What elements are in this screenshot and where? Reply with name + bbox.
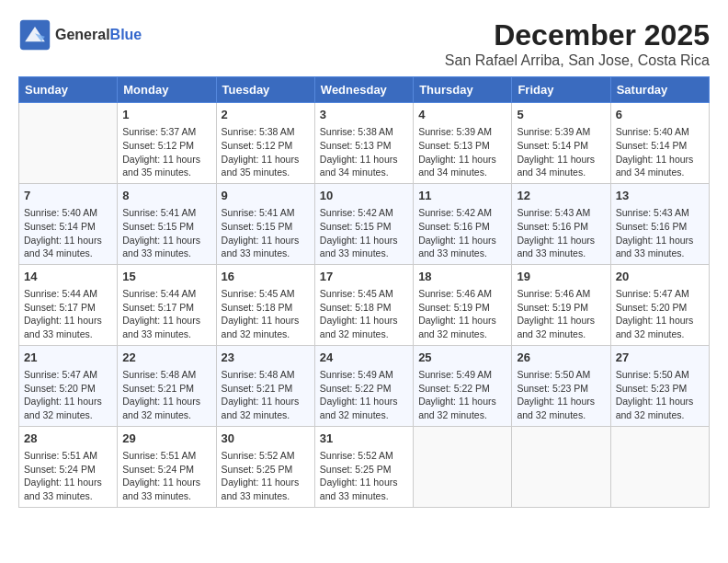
sunset-text: Sunset: 5:21 PM [222, 382, 310, 396]
daylight-text: Daylight: 11 hours and 32 minutes. [320, 314, 408, 340]
day-number: 3 [320, 107, 408, 123]
daylight-text: Daylight: 11 hours and 32 minutes. [616, 314, 704, 340]
sunrise-text: Sunrise: 5:49 AM [320, 368, 408, 382]
sunrise-text: Sunrise: 5:46 AM [418, 287, 506, 301]
sunset-text: Sunset: 5:16 PM [616, 220, 704, 234]
sunrise-text: Sunrise: 5:40 AM [24, 206, 112, 220]
day-number: 21 [24, 350, 112, 366]
daylight-text: Daylight: 11 hours and 32 minutes. [222, 314, 310, 340]
sunset-text: Sunset: 5:12 PM [222, 139, 310, 153]
calendar-cell: 4Sunrise: 5:39 AMSunset: 5:13 PMDaylight… [414, 103, 512, 184]
calendar-cell: 9Sunrise: 5:41 AMSunset: 5:15 PMDaylight… [216, 183, 314, 264]
calendar-week-row: 28Sunrise: 5:51 AMSunset: 5:24 PMDayligh… [19, 426, 710, 507]
daylight-text: Daylight: 11 hours and 32 minutes. [320, 395, 408, 421]
day-number: 28 [24, 431, 112, 447]
day-number: 27 [616, 350, 704, 366]
day-number: 14 [24, 269, 112, 285]
daylight-text: Daylight: 11 hours and 32 minutes. [24, 395, 112, 421]
day-number: 7 [24, 188, 112, 204]
day-number: 8 [122, 188, 210, 204]
logo-icon [18, 18, 51, 52]
logo: General Blue [18, 18, 142, 52]
sunset-text: Sunset: 5:16 PM [418, 220, 506, 234]
sunrise-text: Sunrise: 5:38 AM [222, 125, 310, 139]
sunset-text: Sunset: 5:24 PM [122, 463, 210, 477]
sunset-text: Sunset: 5:14 PM [24, 220, 112, 234]
month-title: December 2025 [445, 18, 710, 52]
day-number: 25 [418, 350, 506, 366]
calendar-header-thursday: Thursday [414, 77, 512, 103]
day-number: 23 [222, 350, 310, 366]
sunrise-text: Sunrise: 5:46 AM [517, 287, 605, 301]
sunrise-text: Sunrise: 5:51 AM [122, 449, 210, 463]
calendar-cell: 18Sunrise: 5:46 AMSunset: 5:19 PMDayligh… [414, 264, 512, 345]
sunset-text: Sunset: 5:12 PM [122, 139, 210, 153]
calendar-cell: 14Sunrise: 5:44 AMSunset: 5:17 PMDayligh… [19, 264, 118, 345]
daylight-text: Daylight: 11 hours and 32 minutes. [222, 395, 310, 421]
calendar-cell: 31Sunrise: 5:52 AMSunset: 5:25 PMDayligh… [314, 426, 413, 507]
calendar-cell: 17Sunrise: 5:45 AMSunset: 5:18 PMDayligh… [314, 264, 413, 345]
calendar-cell: 10Sunrise: 5:42 AMSunset: 5:15 PMDayligh… [314, 183, 413, 264]
calendar-cell: 27Sunrise: 5:50 AMSunset: 5:23 PMDayligh… [610, 345, 709, 426]
day-number: 18 [418, 269, 506, 285]
daylight-text: Daylight: 11 hours and 34 minutes. [24, 234, 112, 260]
sunrise-text: Sunrise: 5:43 AM [616, 206, 704, 220]
day-number: 20 [616, 269, 704, 285]
day-number: 6 [616, 107, 704, 123]
calendar-header-row: SundayMondayTuesdayWednesdayThursdayFrid… [19, 77, 710, 103]
calendar-cell [414, 426, 512, 507]
sunset-text: Sunset: 5:25 PM [222, 463, 310, 477]
calendar-cell: 20Sunrise: 5:47 AMSunset: 5:20 PMDayligh… [610, 264, 709, 345]
daylight-text: Daylight: 11 hours and 33 minutes. [320, 476, 408, 502]
day-number: 24 [320, 350, 408, 366]
sunset-text: Sunset: 5:15 PM [320, 220, 408, 234]
daylight-text: Daylight: 11 hours and 33 minutes. [517, 234, 605, 260]
sunset-text: Sunset: 5:19 PM [418, 301, 506, 315]
sunrise-text: Sunrise: 5:49 AM [418, 368, 506, 382]
day-number: 4 [418, 107, 506, 123]
sunset-text: Sunset: 5:16 PM [517, 220, 605, 234]
daylight-text: Daylight: 11 hours and 33 minutes. [616, 234, 704, 260]
calendar-cell: 28Sunrise: 5:51 AMSunset: 5:24 PMDayligh… [19, 426, 118, 507]
daylight-text: Daylight: 11 hours and 33 minutes. [24, 476, 112, 502]
sunrise-text: Sunrise: 5:48 AM [122, 368, 210, 382]
calendar-cell: 6Sunrise: 5:40 AMSunset: 5:14 PMDaylight… [610, 103, 709, 184]
sunrise-text: Sunrise: 5:47 AM [616, 287, 704, 301]
sunset-text: Sunset: 5:14 PM [517, 139, 605, 153]
sunrise-text: Sunrise: 5:43 AM [517, 206, 605, 220]
daylight-text: Daylight: 11 hours and 33 minutes. [418, 234, 506, 260]
sunset-text: Sunset: 5:13 PM [418, 139, 506, 153]
calendar-cell: 19Sunrise: 5:46 AMSunset: 5:19 PMDayligh… [512, 264, 610, 345]
day-number: 31 [320, 431, 408, 447]
sunset-text: Sunset: 5:23 PM [616, 382, 704, 396]
daylight-text: Daylight: 11 hours and 34 minutes. [517, 153, 605, 179]
day-number: 30 [222, 431, 310, 447]
calendar-cell: 3Sunrise: 5:38 AMSunset: 5:13 PMDaylight… [314, 103, 413, 184]
sunset-text: Sunset: 5:22 PM [320, 382, 408, 396]
daylight-text: Daylight: 11 hours and 32 minutes. [616, 395, 704, 421]
sunset-text: Sunset: 5:23 PM [517, 382, 605, 396]
calendar-cell: 16Sunrise: 5:45 AMSunset: 5:18 PMDayligh… [216, 264, 314, 345]
sunset-text: Sunset: 5:22 PM [418, 382, 506, 396]
location-title: San Rafael Arriba, San Jose, Costa Rica [445, 52, 710, 69]
day-number: 5 [517, 107, 605, 123]
sunset-text: Sunset: 5:15 PM [122, 220, 210, 234]
sunrise-text: Sunrise: 5:42 AM [320, 206, 408, 220]
calendar-cell [19, 103, 118, 184]
logo-general-text: General [55, 27, 110, 43]
sunrise-text: Sunrise: 5:44 AM [122, 287, 210, 301]
sunrise-text: Sunrise: 5:48 AM [222, 368, 310, 382]
day-number: 16 [222, 269, 310, 285]
sunrise-text: Sunrise: 5:38 AM [320, 125, 408, 139]
sunrise-text: Sunrise: 5:50 AM [616, 368, 704, 382]
sunrise-text: Sunrise: 5:44 AM [24, 287, 112, 301]
sunrise-text: Sunrise: 5:41 AM [222, 206, 310, 220]
calendar-header-saturday: Saturday [610, 77, 709, 103]
sunset-text: Sunset: 5:25 PM [320, 463, 408, 477]
daylight-text: Daylight: 11 hours and 33 minutes. [222, 234, 310, 260]
sunrise-text: Sunrise: 5:47 AM [24, 368, 112, 382]
calendar-cell: 2Sunrise: 5:38 AMSunset: 5:12 PMDaylight… [216, 103, 314, 184]
calendar-week-row: 21Sunrise: 5:47 AMSunset: 5:20 PMDayligh… [19, 345, 710, 426]
logo-blue-text: Blue [110, 27, 142, 43]
day-number: 22 [122, 350, 210, 366]
